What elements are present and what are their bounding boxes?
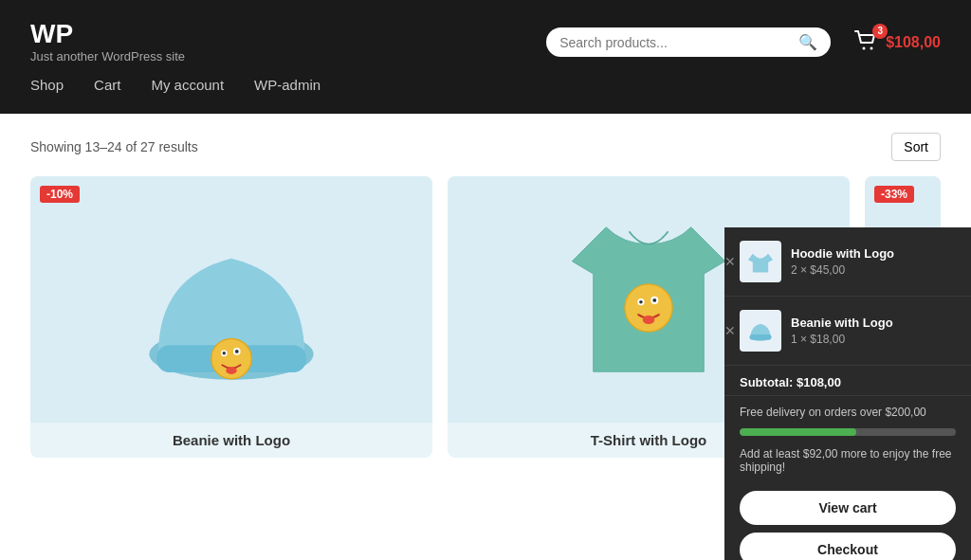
logo-area: WP Just another WordPress site [30,21,185,63]
svg-point-8 [235,350,239,353]
nav-cart[interactable]: Cart [94,77,120,93]
remove-hoodie-button[interactable]: ✕ [721,250,740,273]
product-image-beanie [30,176,432,423]
svg-point-10 [625,284,672,332]
svg-point-9 [226,367,237,374]
main-content: Showing 13–24 of 27 results Sort -10% [0,114,971,560]
cart-item-img-hoodie [740,241,781,282]
beanie-thumbnail [743,314,778,348]
free-delivery-text: Free delivery on orders over $200,00 [740,406,926,419]
results-count: Showing 13–24 of 27 results [30,139,198,154]
search-icon[interactable]: 🔍 [798,33,817,51]
svg-point-6 [223,352,226,354]
cart-subtotal: Subtotal: $108,00 [724,366,971,396]
product-badge-beanie: -10% [40,186,80,203]
cart-item-name-hoodie: Hoodie with Logo [791,246,956,261]
cart-item-hoodie: ✕ Hoodie with Logo 2 × $45,00 [724,227,971,297]
cart-dropdown: ✕ Hoodie with Logo 2 × $45,00 ✕ [724,227,971,560]
checkout-button[interactable]: Checkout [740,533,956,560]
cart-price: $108,00 [886,34,941,51]
progress-bar-fill [740,428,856,436]
results-row: Showing 13–24 of 27 results Sort [30,133,941,161]
cart-shipping-info: Free delivery on orders over $200,00 [724,396,971,423]
hoodie-thumbnail [743,244,778,279]
shipping-progress-bar [740,428,956,436]
cart-item-details-beanie: Beanie with Logo 1 × $18,00 [791,316,956,346]
svg-point-15 [643,316,655,324]
sort-button[interactable]: Sort [891,133,941,161]
cart-badge: 3 [872,24,888,39]
search-bar[interactable]: 🔍 [546,27,831,57]
cart-item-beanie: ✕ Beanie with Logo 1 × $18,00 [724,297,971,366]
product-name-beanie: Beanie with Logo [44,432,419,448]
svg-rect-18 [750,334,772,340]
view-cart-button[interactable]: View cart [740,491,956,525]
cart-icon-wrap: 3 [853,29,880,56]
site-subtitle: Just another WordPress site [30,49,185,63]
svg-point-1 [870,46,873,49]
cart-actions: View cart Checkout [724,483,971,560]
nav-wp-admin[interactable]: WP-admin [254,77,321,93]
svg-point-0 [863,46,866,49]
svg-point-12 [639,300,643,304]
cart-shipping-note: Add at least $92,00 more to enjoy the fr… [724,442,971,483]
cart-button[interactable]: 3 $108,00 [853,29,941,56]
shipping-note-text: Add at least $92,00 more to enjoy the fr… [740,447,951,474]
remove-beanie-button[interactable]: ✕ [721,319,740,342]
product-card-beanie[interactable]: -10% [30,176,432,458]
svg-point-14 [652,298,656,302]
subtotal-value: $108,00 [797,375,841,389]
product-badge-single: -33% [874,186,914,203]
cart-item-qty-hoodie: 2 × $45,00 [791,263,956,277]
cart-item-qty-beanie: 1 × $18,00 [791,333,956,346]
cart-item-details-hoodie: Hoodie with Logo 2 × $45,00 [791,246,956,277]
beanie-svg [30,176,432,423]
subtotal-label: Subtotal: [740,375,793,389]
search-input[interactable] [559,35,798,50]
site-header: WP Just another WordPress site 🔍 3 $108,… [0,0,971,114]
product-info-beanie: Beanie with Logo [30,423,432,458]
cart-item-name-beanie: Beanie with Logo [791,316,956,330]
site-title: WP [30,21,185,47]
nav-shop[interactable]: Shop [30,77,64,93]
nav-my-account[interactable]: My account [151,77,224,93]
main-nav: Shop Cart My account WP-admin [30,77,941,93]
cart-item-img-beanie [740,310,781,352]
